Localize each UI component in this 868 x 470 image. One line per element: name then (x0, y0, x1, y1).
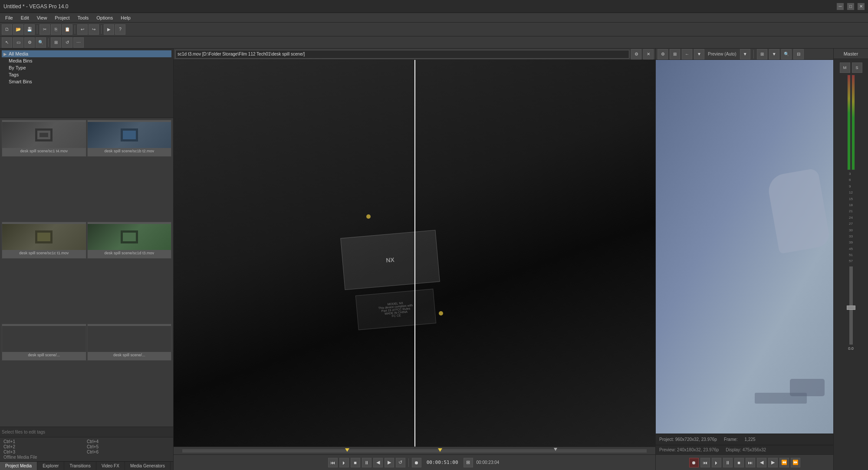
marker-dot2 (439, 311, 443, 316)
tree-item-all-media[interactable]: ▶ All Media (2, 50, 171, 57)
clip2-thumbnail (88, 122, 171, 148)
menu-edit[interactable]: Edit (17, 14, 33, 21)
media-clip-5[interactable]: desk spill scene/... (2, 324, 86, 361)
save-button[interactable]: 💾 (24, 24, 35, 35)
rp-prev-edit[interactable]: ⏪ (779, 458, 789, 467)
tree-item-tags[interactable]: Tags (2, 71, 171, 78)
timecode-display: 00:00:51:00 (423, 460, 462, 465)
offline-media-label[interactable]: Offline Media File (3, 455, 170, 460)
rp-go-end[interactable]: ⏭ (746, 458, 755, 467)
rp-btn8[interactable]: 🔍 (781, 49, 792, 59)
tab-video-fx[interactable]: Video FX (96, 462, 125, 470)
rp-rec-btn[interactable]: ⏺ (689, 458, 699, 467)
rp-btn9[interactable]: ⊟ (793, 49, 804, 59)
rp-btn2[interactable]: ⊞ (670, 49, 680, 59)
master-fader-knob[interactable] (847, 306, 855, 310)
tab-media-generators[interactable]: Media Generators (125, 462, 171, 470)
tab-project-media[interactable]: Project Media (0, 462, 37, 470)
arm-shape (766, 168, 831, 254)
rp-prev-frame[interactable]: ◀ (757, 458, 766, 467)
help-btn[interactable]: ? (115, 24, 125, 35)
media-clip-4[interactable]: desk spill scene/sc1d t3.mov (87, 222, 172, 259)
rp-next-frame[interactable]: ▶ (768, 458, 778, 467)
cursor-tool[interactable]: ↖ (2, 37, 12, 48)
undo-button[interactable]: ↩ (77, 24, 88, 35)
paste-button[interactable]: 📋 (62, 24, 72, 35)
new-button[interactable]: 🗋 (2, 24, 12, 35)
rp-play[interactable]: ⏵ (712, 458, 721, 467)
media-tree[interactable]: ▶ All Media Media Bins By Type Tags Smar… (0, 49, 173, 118)
menu-tools[interactable]: Tools (74, 14, 92, 21)
media-clip-6[interactable]: desk spill scene/... (87, 324, 172, 361)
prev-frame-btn[interactable]: ◀ (373, 458, 383, 467)
rp-btn4[interactable]: ▼ (694, 49, 704, 59)
media-clip-3[interactable]: desk spill scene/sc1c t1.mov (2, 222, 86, 259)
rp-btn7[interactable]: ▼ (769, 49, 779, 59)
rp-stop[interactable]: ■ (734, 458, 744, 467)
right-video-content (656, 60, 833, 434)
svg-rect-6 (37, 233, 50, 241)
tree-item-media-bins[interactable]: Media Bins (2, 57, 171, 64)
rp-btn3[interactable]: ← (682, 49, 692, 59)
menu-view[interactable]: View (33, 14, 51, 21)
media-clip-2[interactable]: desk spill scene/sc1b t2.mov (87, 120, 172, 157)
razor-tool[interactable]: ⚙ (24, 37, 35, 48)
main-area: ▶ All Media Media Bins By Type Tags Smar… (0, 49, 868, 470)
window-title: Untitled * - VEGAS Pro 14.0 (3, 3, 68, 10)
menu-file[interactable]: File (2, 14, 16, 21)
select-tool[interactable]: ▭ (13, 37, 23, 48)
redo-button[interactable]: ↪ (89, 24, 99, 35)
menu-help[interactable]: Help (117, 14, 134, 21)
svg-rect-2 (39, 133, 48, 137)
preview-close-btn[interactable]: ✕ (643, 49, 654, 59)
preview-timeline[interactable] (174, 447, 655, 454)
maximize-button[interactable]: □ (847, 3, 854, 10)
menu-project[interactable]: Project (51, 14, 73, 21)
shortcut-4: Ctrl+4 (87, 439, 170, 444)
preview-timeline-bar[interactable] (182, 449, 647, 453)
auto-ripple[interactable]: ⋯ (73, 37, 84, 48)
rp-settings-btn[interactable]: ⚙ (658, 49, 668, 59)
go-to-start-btn[interactable]: ⏮ (328, 458, 338, 467)
loop-button[interactable]: ↺ (62, 37, 72, 48)
tab-explorer[interactable]: Explorer (37, 462, 64, 470)
next-frame-btn[interactable]: ▶ (385, 458, 394, 467)
master-section: Master M S 3 6 9 12 15 18 21 24 27 (833, 49, 868, 470)
master-m-btn[interactable]: M (840, 62, 850, 73)
render-button[interactable]: ▶ (104, 24, 114, 35)
preview-settings-btn[interactable]: ⚙ (631, 49, 641, 59)
pause-btn[interactable]: ⏸ (362, 458, 372, 467)
tc-sep (408, 458, 409, 467)
media-clip-1[interactable]: desk spill scene/sc1 t4.mov (2, 120, 86, 157)
copy-button[interactable]: ⎘ (51, 24, 61, 35)
cut-button[interactable]: ✂ (39, 24, 50, 35)
rec-btn[interactable]: ⏺ (412, 458, 421, 467)
tree-item-by-type[interactable]: By Type (2, 64, 171, 71)
tree-item-smart-bins[interactable]: Smart Bins (2, 78, 171, 85)
tc-btn1[interactable]: ⊞ (464, 458, 473, 467)
zoom-tool[interactable]: 🔍 (36, 37, 46, 48)
tags-field[interactable] (2, 430, 171, 434)
loop-play-btn[interactable]: ↺ (396, 458, 405, 467)
video-preview-left[interactable]: NX MODEL NX This device complies with Pa… (174, 60, 655, 447)
close-button[interactable]: ✕ (858, 3, 865, 10)
rp-go-start[interactable]: ⏮ (700, 458, 710, 467)
timeline-marker-in (345, 448, 349, 452)
play-btn[interactable]: ⏵ (339, 458, 349, 467)
snap-button[interactable]: ⊞ (51, 37, 61, 48)
open-button[interactable]: 📂 (13, 24, 23, 35)
master-s-btn[interactable]: S (852, 62, 862, 73)
rp-btn6[interactable]: ⊞ (757, 49, 767, 59)
right-video-preview[interactable] (656, 60, 833, 434)
rp-next-edit[interactable]: ⏩ (791, 458, 800, 467)
rp-pause[interactable]: ⏸ (723, 458, 733, 467)
menu-options[interactable]: Options (93, 14, 116, 21)
stop-btn[interactable]: ■ (351, 458, 360, 467)
master-label: Master (834, 49, 868, 59)
clip3-label: desk spill scene/sc1c t1.mov (18, 250, 69, 256)
master-fader[interactable] (849, 266, 853, 345)
minimize-button[interactable]: ─ (837, 3, 844, 10)
tab-transitions[interactable]: Transitions (64, 462, 96, 470)
rp-btn5[interactable]: ▼ (740, 49, 750, 59)
clip2-label: desk spill scene/sc1b t2.mov (103, 148, 155, 154)
